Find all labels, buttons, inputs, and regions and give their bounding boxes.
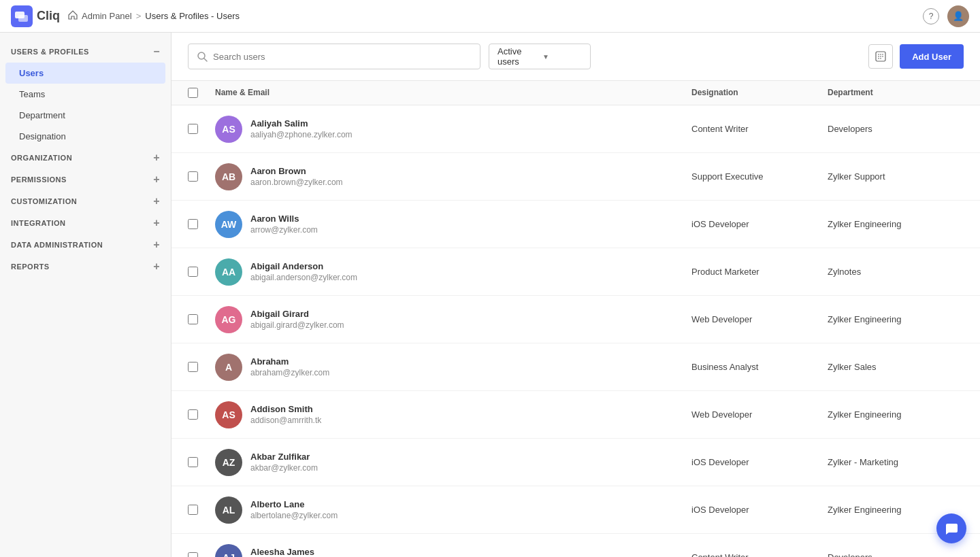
user-info-2: Aaron Brown aaron.brown@zylker.com — [250, 166, 343, 187]
row-checkbox-cell[interactable] — [188, 314, 215, 324]
sidebar: USERS & PROFILES − Users Teams Departmen… — [0, 33, 172, 557]
row-checkbox-7[interactable] — [188, 409, 198, 420]
user-cell-10[interactable]: AJ Aleesha James aleesha@zylker.com — [215, 544, 691, 558]
department-1: Developers — [828, 124, 964, 134]
designation-10: Content Writer — [691, 552, 828, 557]
sidebar-section-organization[interactable]: ORGANIZATION + — [0, 147, 171, 169]
designation-2: Support Executive — [691, 171, 828, 182]
user-cell-4[interactable]: AA Abigail Anderson abigail.anderson@zyl… — [215, 258, 691, 286]
row-checkbox-cell[interactable] — [188, 362, 215, 372]
row-checkbox-6[interactable] — [188, 362, 198, 372]
row-checkbox-9[interactable] — [188, 505, 198, 515]
expand-icon-3: + — [153, 196, 160, 207]
add-user-button[interactable]: Add User — [900, 44, 964, 69]
row-checkbox-cell[interactable] — [188, 505, 215, 515]
table-row: AJ Aleesha James aleesha@zylker.com Cont… — [172, 534, 980, 557]
collapse-icon: − — [153, 46, 160, 57]
sidebar-section-customization[interactable]: CUSTOMIZATION + — [0, 190, 171, 212]
breadcrumb-admin[interactable]: Admin Panel — [82, 11, 132, 21]
user-email-7: addison@amrrith.tk — [250, 416, 321, 425]
user-avatar-2: AB — [215, 163, 242, 190]
row-checkbox-cell[interactable] — [188, 219, 215, 229]
user-info-3: Aaron Wills arrow@zylker.com — [250, 214, 318, 235]
table-row: AB Aaron Brown aaron.brown@zylker.com Su… — [172, 153, 980, 201]
search-input[interactable] — [213, 52, 472, 62]
app-logo[interactable]: Cliq — [11, 5, 60, 27]
row-checkbox-5[interactable] — [188, 314, 198, 324]
user-name-6: Abraham — [250, 356, 329, 367]
row-checkbox-cell[interactable] — [188, 457, 215, 467]
avatar-initials-6: A — [225, 362, 232, 373]
row-checkbox-cell[interactable] — [188, 552, 215, 557]
row-checkbox-3[interactable] — [188, 219, 198, 229]
sidebar-section-integration-label: INTEGRATION — [11, 219, 65, 227]
user-info-4: Abigail Anderson abigail.anderson@zylker… — [250, 261, 357, 282]
department-10: Developers — [828, 552, 964, 557]
row-checkbox-10[interactable] — [188, 552, 198, 557]
sidebar-section-permissions[interactable]: PERMISSIONS + — [0, 169, 171, 190]
avatar-initials-3: AW — [221, 219, 237, 230]
user-cell-2[interactable]: AB Aaron Brown aaron.brown@zylker.com — [215, 163, 691, 190]
user-info-10: Aleesha James aleesha@zylker.com — [250, 547, 326, 557]
user-info-5: Abigail Girard abigail.girard@zylker.com — [250, 309, 344, 330]
user-name-8: Akbar Zulfikar — [250, 452, 318, 462]
main-layout: USERS & PROFILES − Users Teams Departmen… — [0, 33, 980, 557]
breadcrumb: Admin Panel > Users & Profiles - Users — [68, 10, 240, 22]
table-row: AZ Akbar Zulfikar akbar@zylker.com iOS D… — [172, 439, 980, 486]
topbar: Cliq Admin Panel > Users & Profiles - Us… — [0, 0, 980, 33]
sidebar-item-department[interactable]: Department — [0, 105, 171, 126]
sidebar-item-users[interactable]: Users — [5, 63, 165, 84]
sidebar-section-customization-label: CUSTOMIZATION — [11, 197, 77, 205]
sidebar-section-integration[interactable]: INTEGRATION + — [0, 212, 171, 234]
user-email-5: abigail.girard@zylker.com — [250, 320, 344, 330]
toolbar: Active users ▼ Add User — [172, 33, 980, 81]
user-cell-6[interactable]: A Abraham abraham@zylker.com — [215, 354, 691, 381]
user-cell-5[interactable]: AG Abigail Girard abigail.girard@zylker.… — [215, 306, 691, 333]
user-cell-1[interactable]: AS Aaliyah Salim aaliyah@zphone.zylker.c… — [215, 116, 691, 143]
table-row: AA Abigail Anderson abigail.anderson@zyl… — [172, 248, 980, 296]
user-email-8: akbar@zylker.com — [250, 463, 318, 473]
row-checkbox-2[interactable] — [188, 171, 198, 182]
chat-bubble[interactable] — [936, 513, 966, 543]
user-avatar-4: AA — [215, 258, 242, 286]
user-info-6: Abraham abraham@zylker.com — [250, 356, 329, 377]
avatar-initials-1: AS — [222, 124, 235, 135]
sidebar-item-designation[interactable]: Designation — [0, 126, 171, 147]
select-all-checkbox[interactable] — [188, 88, 198, 98]
user-email-2: aaron.brown@zylker.com — [250, 178, 343, 187]
row-checkbox-cell[interactable] — [188, 124, 215, 134]
help-button[interactable]: ? — [923, 8, 939, 24]
user-cell-3[interactable]: AW Aaron Wills arrow@zylker.com — [215, 211, 691, 238]
row-checkbox-cell[interactable] — [188, 267, 215, 277]
sidebar-section-reports[interactable]: REPORTS + — [0, 256, 171, 277]
table-body: AS Aaliyah Salim aaliyah@zphone.zylker.c… — [172, 105, 980, 557]
user-avatar-8: AZ — [215, 449, 242, 476]
user-avatar[interactable]: 👤 — [947, 5, 969, 27]
user-info-8: Akbar Zulfikar akbar@zylker.com — [250, 452, 318, 473]
row-checkbox-4[interactable] — [188, 267, 198, 277]
header-checkbox-cell[interactable] — [188, 88, 215, 98]
sidebar-section-users-profiles[interactable]: USERS & PROFILES − — [0, 41, 171, 63]
user-avatar-9: AL — [215, 496, 242, 524]
row-checkbox-cell[interactable] — [188, 171, 215, 182]
department-2: Zylker Support — [828, 171, 964, 182]
search-box[interactable] — [188, 44, 480, 69]
sidebar-section-data-administration[interactable]: DATA ADMINISTRATION + — [0, 234, 171, 256]
user-name-3: Aaron Wills — [250, 214, 318, 224]
row-checkbox-8[interactable] — [188, 457, 198, 467]
app-name: Cliq — [37, 9, 60, 23]
filter-dropdown[interactable]: Active users ▼ — [489, 44, 591, 69]
user-info-1: Aaliyah Salim aaliyah@zphone.zylker.com — [250, 118, 353, 139]
row-checkbox-1[interactable] — [188, 124, 198, 134]
table-row: AG Abigail Girard abigail.girard@zylker.… — [172, 296, 980, 343]
row-checkbox-cell[interactable] — [188, 409, 215, 420]
breadcrumb-home-icon[interactable] — [68, 10, 78, 22]
export-button[interactable] — [868, 44, 893, 69]
sidebar-section-users-profiles-label: USERS & PROFILES — [11, 48, 89, 56]
user-cell-8[interactable]: AZ Akbar Zulfikar akbar@zylker.com — [215, 449, 691, 476]
col-name-email: Name & Email — [215, 88, 691, 98]
sidebar-item-teams[interactable]: Teams — [0, 84, 171, 105]
table-row: AW Aaron Wills arrow@zylker.com iOS Deve… — [172, 201, 980, 248]
user-cell-9[interactable]: AL Alberto Lane albertolane@zylker.com — [215, 496, 691, 524]
user-cell-7[interactable]: AS Addison Smith addison@amrrith.tk — [215, 401, 691, 428]
